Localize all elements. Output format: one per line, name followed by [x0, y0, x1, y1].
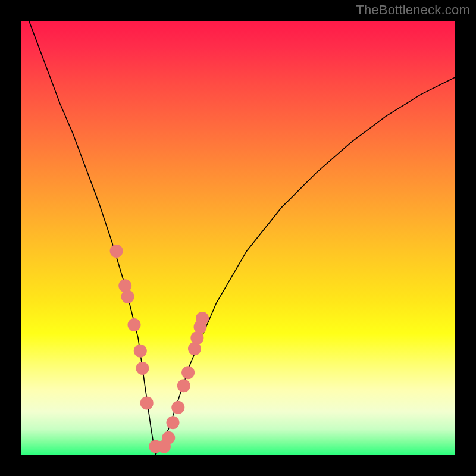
bottleneck-curve: [21, 21, 455, 455]
plot-area: [21, 21, 455, 455]
near-min-dot: [196, 312, 209, 325]
near-min-dot: [194, 321, 207, 334]
near-min-dot: [162, 431, 175, 444]
near-min-dot: [190, 331, 203, 345]
near-min-dot: [181, 366, 195, 379]
watermark-text: TheBottleneck.com: [356, 2, 470, 18]
chart-frame: TheBottleneck.com: [0, 0, 476, 476]
near-min-dot: [158, 440, 171, 453]
near-min-dot: [149, 440, 162, 453]
near-min-dot: [167, 416, 180, 429]
near-min-dot: [110, 245, 123, 258]
near-min-dot: [121, 290, 134, 303]
near-min-dot: [136, 362, 149, 375]
near-min-dot: [177, 379, 190, 392]
near-min-dots-group: [110, 245, 209, 453]
curve-svg: [21, 21, 455, 455]
near-min-dot: [118, 279, 131, 292]
near-min-dot: [134, 345, 147, 358]
near-min-dot: [171, 401, 184, 414]
near-min-dot: [140, 396, 154, 409]
near-min-dot: [188, 342, 201, 355]
near-min-dot: [128, 318, 141, 331]
